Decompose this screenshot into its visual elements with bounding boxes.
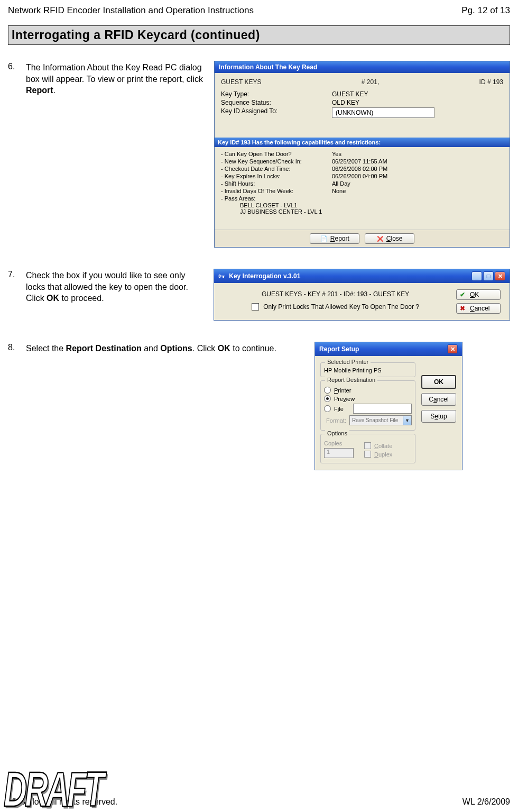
- d3-window-close[interactable]: ✕: [447, 344, 458, 354]
- step-8-row: 8. Select the Report Destination and Opt…: [8, 342, 510, 470]
- d3-cancel-button[interactable]: CancelCancel: [421, 393, 456, 406]
- d2-msg1: GUEST KEYS - KEY # 201 - ID#: 193 - GUES…: [221, 290, 449, 298]
- step-7-number: 7.: [8, 269, 26, 279]
- dialog1-title: Information About The Key Read: [219, 63, 317, 71]
- d2-checkbox[interactable]: [252, 303, 259, 311]
- step-6-number: 6.: [8, 61, 26, 71]
- dialog-info-key-read: Information About The Key Read GUEST KEY…: [214, 61, 510, 248]
- step-8-text: Select the Report Destination and Option…: [26, 342, 312, 354]
- close-button[interactable]: CloseClose: [365, 233, 414, 244]
- d3-format-combo[interactable]: Rave Snapshot File▼: [349, 415, 412, 425]
- d2-cancel-button[interactable]: CancelCancel: [456, 303, 501, 314]
- step-7-row: 7. Check the box if you would like to se…: [8, 269, 510, 321]
- page-footer: © Saflok. All rights reserved. WL 2/6/20…: [8, 797, 510, 807]
- d1-cap-header: Key ID# 193 Has the following capabiliti…: [215, 138, 510, 147]
- step-7-text: Check the box if you would like to see o…: [26, 269, 211, 304]
- step-6-row: 6. The Information About the Key Read PC…: [8, 61, 510, 248]
- d1-keytype-label: Key Type:: [221, 90, 332, 98]
- d1-keytype-value: GUEST KEY: [332, 90, 368, 98]
- d3-file-input[interactable]: [353, 404, 412, 414]
- draft-watermark: DRAFT: [4, 761, 102, 812]
- step-6-text: The Information About the Key Read PC di…: [26, 61, 212, 96]
- section-heading: Interrogating a RFID Keycard (continued): [8, 25, 510, 45]
- report-icon: [320, 235, 328, 242]
- dialog3-title: Report Setup: [319, 345, 359, 353]
- x-icon: [460, 305, 467, 312]
- check-icon: [460, 291, 467, 298]
- d3-printer-name: HP Mobile Printing PS: [324, 367, 412, 373]
- d1-room-no: # 201,: [362, 78, 379, 86]
- d1-passarea-1: BELL CLOSET - LVL1: [219, 202, 505, 208]
- d3-duplex-checkbox[interactable]: [364, 451, 371, 458]
- d3-setup-button[interactable]: SetupSetup: [421, 410, 456, 423]
- step-8-number: 8.: [8, 342, 26, 352]
- minimize-button[interactable]: _: [471, 271, 482, 281]
- close-icon: [376, 235, 384, 242]
- d2-ok-button[interactable]: OKOK: [456, 289, 501, 300]
- footer-date: WL 2/6/2009: [462, 797, 510, 807]
- doc-title: Network RFID Encoder Installation and Op…: [8, 5, 254, 16]
- d3-collate-checkbox[interactable]: [364, 442, 371, 449]
- d1-seq-label: Sequence Status:: [221, 99, 332, 106]
- window-close-button[interactable]: ✕: [495, 271, 505, 281]
- dialog3-titlebar: Report Setup ✕: [315, 342, 462, 356]
- d2-msg2: Only Print Locks That Allowed Key To Ope…: [263, 303, 419, 311]
- dialog1-titlebar: Information About The Key Read: [215, 61, 510, 73]
- page-number: Pg. 12 of 13: [461, 5, 510, 16]
- dialog-report-setup: Report Setup ✕ Selected Printer HP Mobil…: [314, 342, 462, 470]
- dialog2-titlebar: Key Interrogation v.3.01 _ □ ✕: [214, 269, 510, 283]
- d1-assigned-value: (UNKNOWN): [332, 107, 434, 118]
- d1-assigned-label: Key ID Assigned To:: [221, 107, 332, 118]
- maximize-button[interactable]: □: [483, 271, 494, 281]
- d3-grp-printer-legend: Selected Printer: [325, 359, 371, 365]
- d3-copies-input[interactable]: 1: [324, 448, 354, 458]
- d3-grp-dest-legend: Report Destination: [325, 377, 377, 383]
- d1-passarea-2: JJ BUSINESS CENTER - LVL 1: [219, 208, 505, 215]
- d3-radio-preview[interactable]: [324, 395, 331, 402]
- chevron-down-icon: ▼: [403, 416, 411, 425]
- d3-grp-options-legend: Options: [325, 430, 349, 436]
- dialog2-title: Key Interrogation v.3.01: [229, 272, 300, 280]
- d1-guest-keys: GUEST KEYS: [221, 78, 261, 86]
- key-icon: [218, 272, 226, 280]
- d3-radio-file[interactable]: [324, 405, 331, 412]
- d3-ok-button[interactable]: OK: [421, 375, 456, 389]
- page-header: Network RFID Encoder Installation and Op…: [8, 5, 510, 16]
- dialog-key-interrogation: Key Interrogation v.3.01 _ □ ✕ GUEST KEY…: [214, 269, 510, 321]
- d1-seq-value: OLD KEY: [332, 99, 359, 106]
- report-button[interactable]: RReporteport: [310, 233, 359, 244]
- d1-id-no: ID # 193: [479, 78, 503, 86]
- d3-radio-printer[interactable]: [324, 387, 331, 394]
